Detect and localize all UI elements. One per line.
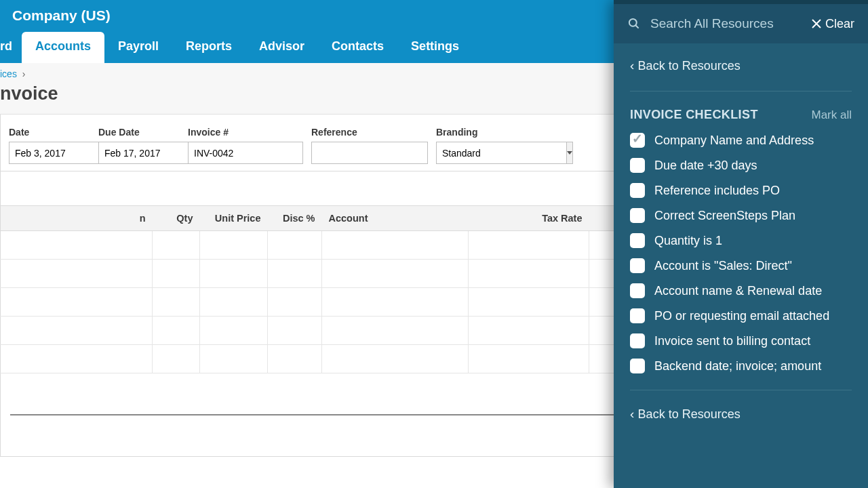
col-qty: Qty [153,206,200,231]
tab-accounts[interactable]: Accounts [22,32,104,63]
checkbox-icon[interactable] [630,158,645,173]
col-tax: Tax Rate [469,206,589,231]
tab-payroll[interactable]: Payroll [104,32,172,63]
tab-advisor[interactable]: Advisor [245,32,318,63]
tab-dashboard-fragment[interactable]: rd [0,32,22,63]
checklist-title: INVOICE CHECKLIST [630,108,758,122]
back-to-resources-bottom[interactable]: Back to Resources [630,407,852,422]
checklist-item[interactable]: Account name & Renewal date [630,283,852,298]
checkbox-icon[interactable] [630,308,645,323]
checkbox-icon[interactable] [630,208,645,223]
checklist-item[interactable]: Invoice sent to billing contact [630,333,852,348]
company-name: Company (US) [12,7,111,24]
col-disc: Disc % [268,206,322,231]
checklist-item[interactable]: Correct ScreenSteps Plan [630,208,852,223]
search-icon [627,17,641,30]
clear-button[interactable]: Clear [812,17,854,31]
tab-contacts[interactable]: Contacts [318,32,397,63]
breadcrumb-item[interactable]: ices [0,68,17,79]
invoice-number-label: Invoice # [188,127,303,138]
checkbox-icon[interactable] [630,233,645,248]
invoice-number-input[interactable] [188,142,303,164]
checkbox-icon[interactable] [630,258,645,273]
tab-settings[interactable]: Settings [397,32,473,63]
mark-all-button[interactable]: Mark all [811,108,852,122]
checkbox-icon[interactable] [630,359,645,373]
checkbox-icon[interactable] [630,283,645,298]
branding-select[interactable] [436,142,566,164]
date-label: Date [9,127,90,138]
reference-input[interactable] [311,142,428,164]
chevron-down-icon [567,151,572,155]
checklist-item[interactable]: Quantity is 1 [630,233,852,248]
checklist-item[interactable]: PO or requesting email attached [630,308,852,323]
checkbox-icon[interactable] [630,183,645,198]
tab-reports[interactable]: Reports [172,32,245,63]
checklist-item[interactable]: Account is "Sales: Direct" [630,258,852,273]
breadcrumb-sep: › [22,68,26,79]
checklist-item[interactable]: Reference includes PO [630,183,852,198]
branding-label: Branding [436,127,555,138]
back-to-resources[interactable]: Back to Resources [630,58,852,73]
checkbox-icon[interactable] [630,333,645,348]
branding-dropdown[interactable] [566,142,573,164]
col-account: Account [322,206,469,231]
reference-label: Reference [311,127,428,138]
due-date-label: Due Date [98,127,180,138]
checkbox-icon[interactable] [630,133,645,148]
checklist-item[interactable]: Company Name and Address [630,133,852,148]
col-desc: n [1,206,153,231]
svg-point-1 [629,19,637,26]
col-unit: Unit Price [200,206,268,231]
help-search-input[interactable]: Search All Resources [650,16,802,31]
checklist-item[interactable]: Due date +30 days [630,158,852,173]
help-panel: Search All Resources Clear Back to Resou… [614,0,868,488]
checklist-item[interactable]: Backend date; invoice; amount [630,359,852,373]
close-icon [812,19,821,28]
